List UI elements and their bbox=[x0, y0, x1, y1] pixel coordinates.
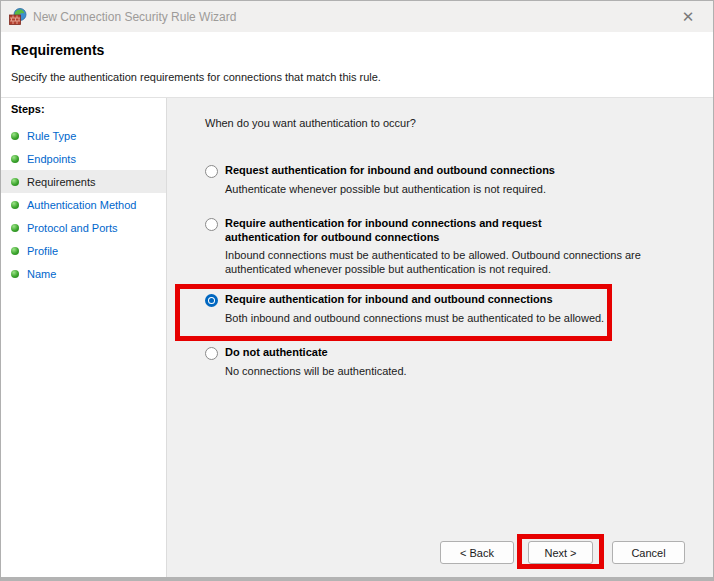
step-bullet-icon bbox=[11, 270, 19, 278]
step-label: Rule Type bbox=[27, 130, 76, 142]
radio-option-do-not-authenticate: Do not authenticate No connections will … bbox=[205, 345, 407, 378]
step-label: Endpoints bbox=[27, 153, 76, 165]
steps-sidebar: Steps: Rule Type Endpoints Requirements … bbox=[1, 98, 167, 577]
radio-button[interactable] bbox=[205, 218, 218, 231]
step-label: Authentication Method bbox=[27, 199, 136, 211]
wizard-window: New Connection Security Rule Wizard ✕ Re… bbox=[0, 0, 714, 581]
wizard-page-content: When do you want authentication to occur… bbox=[167, 98, 713, 577]
radio-button[interactable] bbox=[205, 165, 218, 178]
page-title: Requirements bbox=[11, 42, 703, 58]
sidebar-item-requirements[interactable]: Requirements bbox=[1, 170, 166, 193]
sidebar-item-protocol-and-ports[interactable]: Protocol and Ports bbox=[1, 216, 166, 239]
window-title: New Connection Security Rule Wizard bbox=[33, 10, 236, 24]
radio-button-selected[interactable] bbox=[205, 294, 218, 307]
sidebar-item-rule-type[interactable]: Rule Type bbox=[1, 124, 166, 147]
radio-button[interactable] bbox=[205, 347, 218, 360]
next-button[interactable]: Next > bbox=[528, 541, 593, 564]
sidebar-item-authentication-method[interactable]: Authentication Method bbox=[1, 193, 166, 216]
step-label: Profile bbox=[27, 245, 58, 257]
back-button[interactable]: < Back bbox=[440, 541, 514, 564]
steps-heading: Steps: bbox=[1, 103, 166, 119]
radio-option-label[interactable]: Request authentication for inbound and o… bbox=[225, 163, 555, 177]
radio-option-label[interactable]: Do not authenticate bbox=[225, 345, 328, 359]
title-bar: New Connection Security Rule Wizard ✕ bbox=[1, 1, 713, 32]
radio-option-request-auth: Request authentication for inbound and o… bbox=[205, 163, 555, 196]
sidebar-item-name[interactable]: Name bbox=[1, 262, 166, 285]
page-header: Requirements Specify the authentication … bbox=[1, 32, 713, 98]
radio-option-description: Both inbound and outbound connections mu… bbox=[225, 311, 604, 325]
main-area: Steps: Rule Type Endpoints Requirements … bbox=[1, 98, 713, 577]
step-bullet-icon bbox=[11, 178, 19, 186]
radio-option-require-inbound-outbound: Require authentication for inbound and o… bbox=[205, 292, 604, 325]
cancel-button[interactable]: Cancel bbox=[612, 541, 685, 564]
firewall-icon bbox=[9, 8, 27, 25]
radio-option-description: Authenticate whenever possible but authe… bbox=[225, 182, 555, 196]
sidebar-item-profile[interactable]: Profile bbox=[1, 239, 166, 262]
steps-list: Rule Type Endpoints Requirements Authent… bbox=[1, 124, 166, 285]
step-bullet-icon bbox=[11, 201, 19, 209]
radio-option-require-inbound-request-outbound: Require authentication for inbound conne… bbox=[205, 216, 665, 276]
step-bullet-icon bbox=[11, 155, 19, 163]
step-bullet-icon bbox=[11, 132, 19, 140]
question-text: When do you want authentication to occur… bbox=[205, 117, 416, 129]
step-label: Name bbox=[27, 268, 56, 280]
radio-option-description: Inbound connections must be authenticate… bbox=[225, 248, 665, 276]
step-bullet-icon bbox=[11, 247, 19, 255]
radio-option-label[interactable]: Require authentication for inbound conne… bbox=[225, 216, 617, 244]
step-bullet-icon bbox=[11, 224, 19, 232]
radio-option-description: No connections will be authenticated. bbox=[225, 364, 407, 378]
sidebar-item-endpoints[interactable]: Endpoints bbox=[1, 147, 166, 170]
page-subtitle: Specify the authentication requirements … bbox=[11, 71, 703, 83]
step-label: Requirements bbox=[27, 176, 95, 188]
step-label: Protocol and Ports bbox=[27, 222, 118, 234]
close-button[interactable]: ✕ bbox=[673, 1, 703, 32]
radio-option-label[interactable]: Require authentication for inbound and o… bbox=[225, 292, 553, 306]
